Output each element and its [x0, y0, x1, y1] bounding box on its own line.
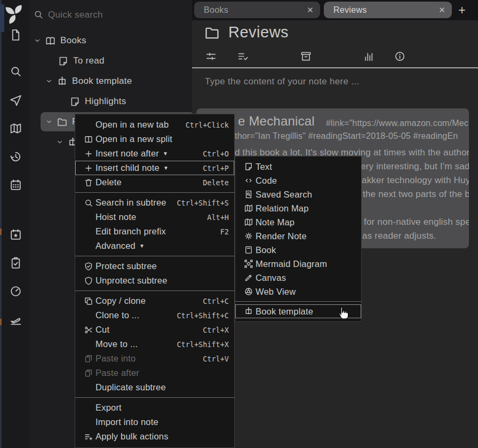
today-icon	[9, 228, 22, 241]
ribbon-about[interactable]	[393, 49, 407, 63]
about-icon	[394, 50, 406, 62]
menu-item-edit-branch-prefix[interactable]: Edit branch prefixF2	[75, 224, 234, 239]
launcher-task-manager[interactable]	[9, 256, 22, 270]
menu-item-text[interactable]: Text	[235, 160, 361, 174]
menu-item-web-view[interactable]: Web View	[235, 285, 361, 298]
trilium-logo-icon	[3, 2, 27, 26]
launcher-new-note[interactable]	[9, 28, 22, 42]
note-title[interactable]: Reviews	[228, 23, 289, 41]
menu-item-protect-subtree[interactable]: Protect subtree	[75, 259, 234, 273]
book-open-icon	[45, 35, 56, 46]
ribbon-owned-attributes[interactable]	[236, 49, 250, 63]
ribbon-similar-notes[interactable]: undefined	[330, 49, 344, 63]
template-book-icon	[57, 76, 68, 87]
menu-item-open-in-a-new-split[interactable]: Open in a new split	[75, 132, 234, 146]
ribbon-basic-properties[interactable]	[204, 49, 218, 63]
menu-item-copy-clone[interactable]: Copy / cloneCtrl+C	[75, 294, 234, 308]
menu-item-hoist-note[interactable]: Hoist noteAlt+H	[75, 210, 234, 224]
tab-reviews[interactable]: Reviews	[324, 2, 452, 18]
calendar-icon	[9, 178, 22, 192]
chevron-down-icon	[33, 36, 42, 45]
tree-item-highlights[interactable]: Highlights	[69, 92, 126, 111]
launcher-jump-to[interactable]	[9, 93, 22, 107]
window-edge-strip	[0, 0, 2, 448]
menu-shortcut: Delete	[203, 178, 229, 187]
menu-item-mermaid-diagram[interactable]: Mermaid Diagram	[235, 257, 361, 271]
launcher-dashboard[interactable]	[9, 284, 22, 298]
book-icon	[244, 245, 253, 255]
tree-item-book-template[interactable]: Book template	[45, 72, 132, 91]
caret-down-icon: ▼	[163, 151, 168, 156]
menu-shortcut: Ctrl+V	[203, 355, 229, 363]
tab-close-icon[interactable]	[303, 3, 317, 17]
menu-item-paste-into[interactable]: Paste intoCtrl+V	[75, 351, 234, 366]
card-text: as reader adjusts.	[362, 231, 436, 241]
ribbon-promoted-attributes[interactable]	[299, 49, 313, 63]
launcher-note-map[interactable]	[9, 121, 22, 135]
menu-item-saved-search[interactable]: Saved Search	[235, 187, 361, 201]
menu-item-label: Web View	[256, 287, 296, 297]
menu-separator	[75, 256, 234, 256]
menu-item-export[interactable]: Export	[75, 400, 234, 415]
card-text: for non-native english spea	[364, 217, 469, 227]
launcher-today[interactable]	[9, 227, 22, 241]
launcher-calendar[interactable]	[9, 178, 22, 192]
ribbon-divider	[192, 67, 478, 68]
task-manager-icon	[9, 256, 22, 270]
menu-item-delete[interactable]: DeleteDelete	[75, 175, 234, 190]
launcher-travel-log[interactable]	[9, 312, 22, 326]
new-tab-button[interactable]: +	[453, 2, 471, 18]
menu-item-insert-child-note[interactable]: Insert child note▼Ctrl+P	[75, 161, 234, 175]
tree-item-to-read[interactable]: To read	[58, 51, 105, 70]
scissors-icon	[84, 325, 93, 335]
menu-item-open-in-a-new-tab[interactable]: Open in a new tabCtrl+Click	[75, 117, 234, 132]
menu-item-label: Hoist note	[95, 212, 136, 222]
menu-item-cut[interactable]: CutCtrl+X	[75, 323, 234, 337]
menu-item-duplicate-subtree[interactable]: Duplicate subtree	[75, 380, 234, 395]
menu-item-label: Open in a new tab	[95, 120, 169, 130]
menu-shortcut: Ctrl+P	[203, 164, 229, 172]
inherited-attributes-icon: undefined	[268, 50, 281, 62]
tab-books[interactable]: Books	[194, 2, 320, 18]
tree-item-books[interactable]: Books	[33, 31, 86, 50]
menu-item-import-into-note[interactable]: Import into note	[75, 415, 234, 429]
menu-item-apply-bulk-actions[interactable]: Apply bulk actions	[75, 429, 234, 444]
paste-icon	[84, 368, 93, 378]
tree-item-label: To read	[73, 56, 105, 66]
menu-separator	[235, 301, 361, 302]
menu-item-book[interactable]: Book	[235, 243, 361, 257]
tab-close-icon[interactable]	[435, 3, 449, 17]
menu-item-unprotect-subtree[interactable]: Unprotect subtree	[75, 273, 234, 288]
ribbon-note-info[interactable]	[362, 49, 376, 63]
menu-item-render-note[interactable]: Render Note	[235, 229, 361, 243]
ribbon-inherited-attributes[interactable]: undefined	[267, 49, 281, 63]
folder-icon	[57, 116, 68, 128]
menu-separator	[75, 290, 234, 291]
menu-item-note-map[interactable]: Note Map	[235, 215, 361, 229]
menu-item-canvas[interactable]: Canvas	[235, 271, 361, 285]
menu-item-label: Code	[256, 176, 277, 186]
menu-item-code[interactable]: Code	[235, 174, 361, 187]
folder-icon	[204, 25, 220, 41]
list-plus-icon	[84, 432, 93, 442]
menu-item-search-in-subtree[interactable]: Search in subtreeCtrl+Shift+S	[75, 195, 234, 210]
menu-item-relation-map[interactable]: Relation Map	[235, 201, 361, 215]
menu-item-label: Paste after	[95, 368, 139, 378]
menu-item-clone-to[interactable]: Clone to ...Ctrl+Shift+C	[75, 308, 234, 323]
menu-shortcut: Ctrl+Shift+C	[177, 311, 229, 320]
menu-item-insert-note-after[interactable]: Insert note after▼Ctrl+O	[75, 146, 234, 161]
menu-item-paste-after[interactable]: Paste after	[75, 366, 234, 380]
menu-item-move-to[interactable]: Move to ...Ctrl+Shift+X	[75, 337, 234, 351]
menu-item-advanced[interactable]: Advanced▼	[75, 239, 234, 253]
menu-item-book-template[interactable]: Book template	[235, 304, 361, 318]
tree-item-label: Book template	[72, 76, 132, 87]
note-icon	[244, 162, 253, 171]
launcher-recent-changes[interactable]	[9, 150, 22, 163]
editor-placeholder[interactable]: Type the content of your note here ...	[205, 76, 359, 87]
launcher-search[interactable]	[9, 64, 22, 78]
quick-search-input[interactable]: Quick search	[48, 10, 181, 20]
menu-item-label: Book template	[256, 306, 313, 317]
menu-separator	[75, 192, 234, 193]
chevron-down-icon	[45, 117, 53, 126]
menu-shortcut: Ctrl+Click	[186, 121, 229, 129]
